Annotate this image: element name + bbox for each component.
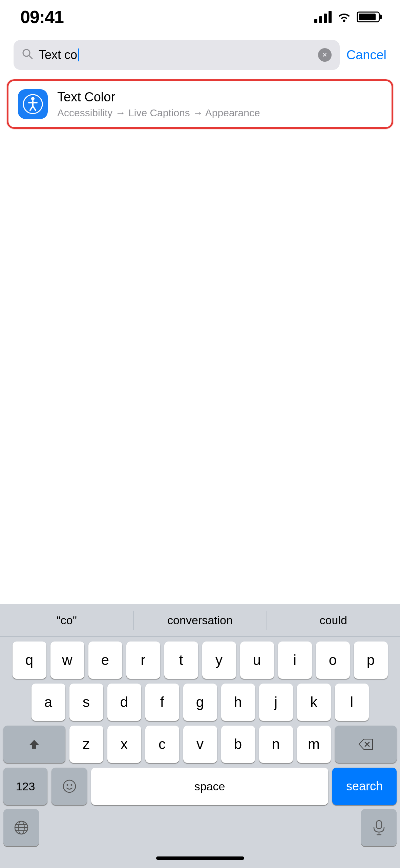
globe-key[interactable] [3,809,39,846]
keyboard-row-2: a s d f g h j k l [3,684,397,721]
key-y[interactable]: y [202,642,236,679]
clear-button[interactable]: × [318,48,332,62]
numbers-key[interactable]: 123 [3,768,47,805]
result-title: Text Color [57,90,260,104]
cancel-button[interactable]: Cancel [346,48,386,62]
autocomplete-suggestion-2[interactable]: conversation [133,604,267,636]
key-t[interactable]: t [164,642,198,679]
result-subtitle: Accessibility → Live Captions → Appearan… [57,107,260,119]
wifi-icon [337,12,351,22]
key-d[interactable]: d [107,684,141,721]
svg-point-4 [31,97,35,100]
status-icons [314,11,380,23]
key-v[interactable]: v [183,726,217,763]
key-u[interactable]: u [240,642,274,679]
status-time: 09:41 [20,7,64,27]
search-key[interactable]: search [332,768,397,805]
search-bar[interactable]: Text co × [14,40,340,70]
key-s[interactable]: s [69,684,103,721]
key-h[interactable]: h [221,684,255,721]
delete-key[interactable] [335,726,397,763]
home-bar [156,856,244,860]
emoji-key[interactable] [51,768,87,805]
key-i[interactable]: i [278,642,312,679]
key-w[interactable]: w [50,642,84,679]
search-icon [22,48,33,62]
search-cursor [78,48,79,61]
svg-rect-19 [376,821,382,829]
signal-icon [314,11,332,23]
key-f[interactable]: f [145,684,179,721]
key-n[interactable]: n [259,726,293,763]
search-input[interactable]: Text co [39,48,313,62]
key-r[interactable]: r [126,642,160,679]
autocomplete-bar: "co" conversation could [0,604,400,637]
status-bar: 09:41 [0,0,400,34]
autocomplete-suggestion-3[interactable]: could [267,604,400,636]
key-m[interactable]: m [297,726,331,763]
svg-point-13 [70,784,72,786]
key-g[interactable]: g [183,684,217,721]
key-c[interactable]: c [145,726,179,763]
key-p[interactable]: p [354,642,388,679]
key-x[interactable]: x [107,726,141,763]
space-middle [43,809,357,846]
svg-line-2 [29,55,32,59]
svg-point-0 [343,20,345,22]
key-o[interactable]: o [316,642,350,679]
search-bar-container: Text co × Cancel [0,34,400,76]
svg-point-11 [63,780,76,792]
keyboard-row-3: z x c v b n m [3,726,397,763]
key-a[interactable]: a [31,684,65,721]
result-text: Text Color Accessibility → Live Captions… [57,90,260,119]
mic-key[interactable] [361,809,397,846]
svg-point-12 [66,784,68,786]
result-item-text-color[interactable]: Text Color Accessibility → Live Captions… [7,79,393,129]
key-e[interactable]: e [88,642,122,679]
search-query-text: Text co [39,48,77,62]
key-q[interactable]: q [13,642,46,679]
keyboard-rows: q w e r t y u i o p a s d f g h j k l [0,637,400,807]
shift-key[interactable] [3,726,65,763]
key-b[interactable]: b [221,726,255,763]
space-key[interactable]: space [91,768,328,805]
accessibility-icon [18,89,48,119]
search-results: Text Color Accessibility → Live Captions… [0,79,400,129]
key-k[interactable]: k [297,684,331,721]
svg-line-8 [33,106,36,110]
autocomplete-suggestion-1[interactable]: "co" [0,604,133,636]
key-j[interactable]: j [259,684,293,721]
key-l[interactable]: l [335,684,369,721]
keyboard-row-4: 123 space search [3,768,397,805]
battery-icon [357,12,380,22]
bottom-row [0,807,400,851]
keyboard: "co" conversation could q w e r t y u i … [0,604,400,868]
home-indicator [0,851,400,868]
keyboard-row-1: q w e r t y u i o p [3,642,397,679]
key-z[interactable]: z [69,726,103,763]
